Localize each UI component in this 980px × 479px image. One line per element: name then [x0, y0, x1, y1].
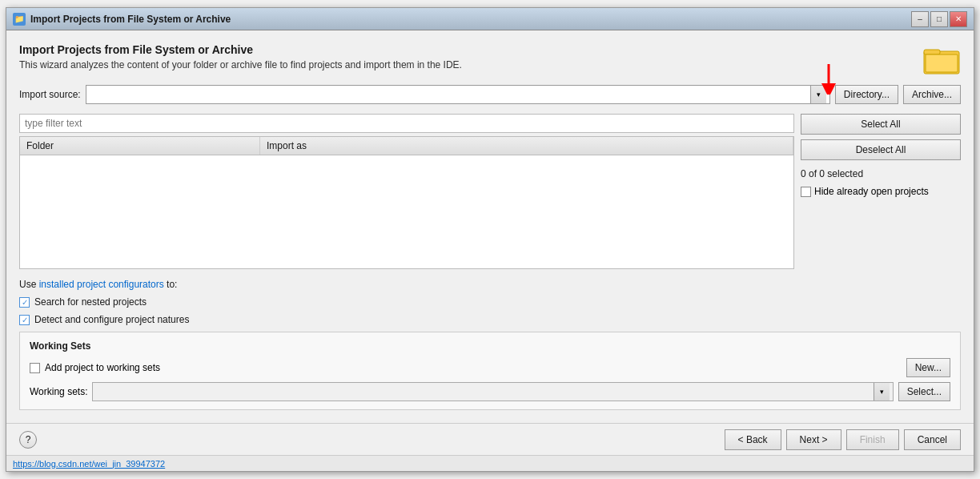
help-button[interactable]: ? — [19, 431, 37, 449]
footer-right: < Back Next > Finish Cancel — [725, 429, 961, 450]
maximize-button[interactable]: □ — [930, 11, 948, 27]
svg-rect-1 — [924, 50, 940, 54]
left-panel: Folder Import as — [19, 114, 794, 269]
import-as-column-header: Import as — [260, 137, 793, 155]
main-window: 📁 Import Projects from File System or Ar… — [6, 7, 974, 472]
hide-open-checkbox[interactable] — [801, 187, 811, 197]
import-source-row: Import source: ▾ Directory... Archive... — [19, 85, 961, 104]
working-sets-label: Working sets: — [30, 386, 87, 397]
working-sets-combo-arrow[interactable]: ▾ — [874, 383, 890, 401]
folder-column-header: Folder — [20, 137, 260, 155]
back-button[interactable]: < Back — [725, 429, 781, 450]
use-prefix: Use — [19, 279, 39, 290]
table-header: Folder Import as — [20, 137, 793, 155]
dialog-content: Import Projects from File System or Arch… — [6, 30, 974, 423]
working-sets-combo-row: Working sets: ▾ Select... — [30, 382, 950, 401]
hide-open-row: Hide already open projects — [801, 186, 961, 197]
next-button[interactable]: Next > — [786, 429, 841, 450]
use-row: Use installed project configurators to: — [19, 279, 961, 290]
search-nested-label: Search for nested projects — [34, 296, 147, 308]
import-source-label: Import source: — [19, 89, 81, 100]
new-working-set-button[interactable]: New... — [906, 358, 950, 377]
add-to-working-sets-row: Add project to working sets New... — [30, 358, 950, 377]
archive-button[interactable]: Archive... — [903, 85, 961, 104]
filter-input[interactable] — [19, 114, 794, 133]
detect-configure-label: Detect and configure project natures — [34, 314, 189, 325]
select-working-set-button[interactable]: Select... — [898, 382, 950, 401]
wizard-icon — [922, 43, 961, 75]
selected-count: 0 of 0 selected — [801, 168, 961, 179]
header-text: Import Projects from File System or Arch… — [19, 43, 922, 70]
select-all-button[interactable]: Select All — [801, 114, 961, 135]
projects-table: Folder Import as — [19, 136, 794, 269]
window-icon: 📁 — [13, 13, 26, 26]
working-sets-content: Add project to working sets New... Worki… — [30, 358, 950, 401]
header-section: Import Projects from File System or Arch… — [19, 43, 961, 75]
cancel-button[interactable]: Cancel — [904, 429, 961, 450]
hide-open-label: Hide already open projects — [814, 186, 929, 197]
working-sets-combo[interactable]: ▾ — [92, 382, 893, 401]
status-bar-url: https://blog.csdn.net/wei_jin_39947372 — [13, 459, 165, 469]
main-area: Folder Import as Select All Deselect All… — [19, 114, 961, 269]
right-panel: Select All Deselect All 0 of 0 selected … — [801, 114, 961, 269]
dialog-title: Import Projects from File System or Arch… — [19, 43, 922, 56]
search-nested-checkbox[interactable] — [19, 297, 30, 308]
working-sets-section: Working Sets Add project to working sets… — [19, 332, 961, 410]
dialog-footer: ? < Back Next > Finish Cancel — [6, 423, 974, 455]
detect-configure-checkbox[interactable] — [19, 315, 30, 325]
detect-configure-row: Detect and configure project natures — [19, 314, 961, 325]
directory-button[interactable]: Directory... — [835, 85, 898, 104]
status-bar: https://blog.csdn.net/wei_jin_39947372 — [6, 455, 974, 471]
footer-left: ? — [19, 431, 37, 449]
bottom-section: Use installed project configurators to: … — [19, 279, 961, 410]
import-source-combo[interactable]: ▾ — [86, 85, 830, 104]
table-body — [20, 155, 793, 268]
close-button[interactable]: ✕ — [950, 11, 967, 27]
deselect-all-button[interactable]: Deselect All — [801, 139, 961, 160]
add-working-sets-label: Add project to working sets — [45, 362, 160, 373]
use-suffix: to: — [164, 279, 178, 290]
add-working-sets-checkbox[interactable] — [30, 363, 40, 373]
title-bar: 📁 Import Projects from File System or Ar… — [6, 8, 974, 30]
window-controls: – □ ✕ — [911, 11, 967, 27]
working-sets-title: Working Sets — [30, 340, 950, 352]
finish-button[interactable]: Finish — [846, 429, 899, 450]
window-title: Import Projects from File System or Arch… — [30, 14, 911, 25]
configurators-link[interactable]: installed project configurators — [39, 279, 164, 290]
svg-rect-2 — [926, 54, 958, 72]
combo-arrow-icon[interactable]: ▾ — [810, 86, 826, 103]
minimize-button[interactable]: – — [911, 11, 929, 27]
dialog-description: This wizard analyzes the content of your… — [19, 59, 922, 70]
search-nested-row: Search for nested projects — [19, 296, 961, 308]
